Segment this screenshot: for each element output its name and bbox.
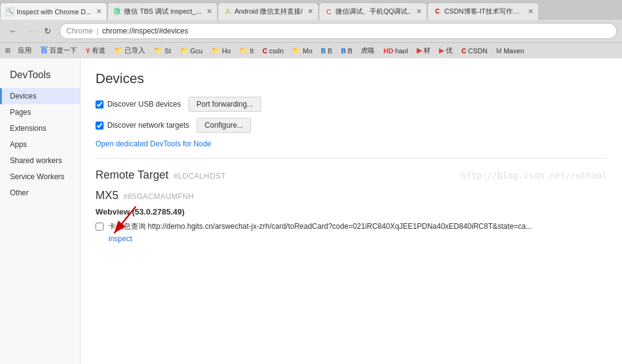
bookmark-imported[interactable]: 📁 已导入 [110, 45, 149, 56]
bookmark-baidu-label: 百度一下 [50, 46, 77, 55]
bookmark-it-icon: 📁 [239, 47, 248, 55]
tab-wx-debug[interactable]: C 微信调试、手机QQ调试.. ✕ [319, 2, 427, 20]
bookmark-youdao-label: 有道 [92, 46, 105, 55]
url-protocol: Chrome [66, 27, 93, 35]
page-title: Devices [96, 71, 607, 87]
bookmark-csdn[interactable]: C csdn [259, 46, 287, 56]
bookmark-st-icon: 📁 [154, 47, 162, 55]
tab-close-wx[interactable]: ✕ [207, 7, 212, 16]
sidebar-item-devices-label: Devices [10, 92, 37, 100]
bookmark-haol-label: haol [395, 47, 408, 55]
tab-close-csdn[interactable]: ✕ [528, 7, 533, 16]
remote-target-host: #LOCALHOST [174, 172, 226, 180]
bookmark-csdn-icon: C [262, 47, 267, 55]
bookmark-csdn-label: csdn [269, 47, 283, 55]
bookmark-youdao[interactable]: Y 有道 [82, 45, 109, 56]
bookmark-imported-label: 已导入 [125, 46, 145, 55]
open-devtools-link[interactable]: Open dedicated DevTools for Node [96, 140, 211, 148]
bookmark-maven[interactable]: M Maven [492, 46, 528, 56]
bookmark-cai-icon: ▶ [417, 47, 422, 55]
tab-favicon-inspect: 🔍 [6, 7, 14, 16]
bookmark-ho[interactable]: 📁 Ho [208, 45, 234, 56]
url-text: chrome://inspect/#devices [102, 27, 189, 35]
bookmark-cai[interactable]: ▶ 材 [413, 45, 434, 56]
bookmark-csdn2-label: CSDN [468, 47, 487, 55]
sidebar-item-shared-workers-label: Shared workers [10, 156, 62, 165]
bookmark-gcu-label: Gcu [190, 47, 203, 55]
tab-wx-tbs[interactable]: 微 微信 TBS 调试 inspect_... ✕ [107, 2, 218, 20]
discover-network-checkbox[interactable] [96, 122, 104, 130]
bookmark-b1[interactable]: B B [318, 46, 336, 56]
bookmark-it-label: It [250, 47, 254, 55]
bookmark-csdn2[interactable]: C CSDN [458, 46, 491, 56]
inspect-item-url: 卡信息查询 http://demo.hgits.cn/arswechat-jx-… [109, 221, 607, 232]
bookmark-apps-label: 应用 [18, 46, 32, 55]
tab-favicon-wx: 微 [113, 7, 122, 16]
sidebar-item-other-label: Other [10, 189, 29, 197]
tab-title-android: Android 微信支持直接/ [234, 7, 303, 16]
forward-button[interactable]: → [22, 23, 38, 39]
back-button[interactable]: ← [5, 23, 21, 39]
port-forwarding-button[interactable]: Port forwarding... [189, 97, 261, 112]
discover-network-text: Discover network targets [107, 121, 189, 130]
tab-bar: 🔍 Inspect with Chrome D... ✕ 微 微信 TBS 调试… [0, 0, 622, 20]
discover-usb-checkbox[interactable] [96, 100, 104, 109]
tab-title-inspect: Inspect with Chrome D... [17, 8, 91, 16]
tab-android[interactable]: A Android 微信支持直接/ ✕ [218, 2, 319, 20]
bookmark-b2-label: B [348, 47, 352, 55]
bookmark-haol[interactable]: HD haol [380, 46, 412, 56]
bookmark-gcu-icon: 📁 [180, 47, 189, 55]
bookmark-gcu[interactable]: 📁 Gcu [176, 45, 207, 56]
webview-label: Webview (53.0.2785.49) [96, 207, 607, 216]
sidebar-item-pages[interactable]: Pages [0, 104, 80, 120]
bookmark-b2[interactable]: B B [337, 46, 356, 56]
configure-button[interactable]: Configure... [197, 118, 251, 133]
url-bar[interactable]: Chrome | chrome://inspect/#devices [60, 23, 617, 39]
sidebar-item-pages-label: Pages [10, 108, 31, 117]
bookmark-huxiu[interactable]: 虎嗅 [357, 45, 378, 56]
sidebar-title: DevTools [0, 64, 80, 88]
sidebar-item-extensions[interactable]: Extensions [0, 120, 80, 136]
bookmark-ho-label: Ho [222, 47, 231, 55]
inspect-row: 卡信息查询 http://demo.hgits.cn/arswechat-jx-… [96, 221, 607, 232]
refresh-button[interactable]: ↻ [40, 23, 56, 39]
sidebar-item-service-workers[interactable]: Service Workers [0, 169, 80, 185]
bookmark-mo-label: Mo [303, 47, 312, 55]
bookmark-st[interactable]: 📁 St [150, 45, 174, 56]
bookmark-haol-icon: HD [383, 47, 393, 55]
device-id: #85GACMAUMFNH [123, 192, 194, 201]
discover-usb-row: Discover USB devices Port forwarding... [96, 97, 607, 112]
tab-inspect[interactable]: 🔍 Inspect with Chrome D... ✕ [0, 2, 107, 20]
inspect-item-checkbox[interactable] [96, 223, 104, 231]
tab-favicon-wx-debug: C [324, 7, 333, 16]
apps-label: ⊞ [5, 47, 11, 55]
sidebar-item-shared-workers[interactable]: Shared workers [0, 153, 80, 169]
tab-close-inspect[interactable]: ✕ [96, 7, 102, 16]
bookmark-you[interactable]: ▶ 优 [435, 45, 456, 56]
discover-usb-label[interactable]: Discover USB devices [96, 100, 181, 109]
inspect-link[interactable]: inspect [109, 234, 607, 243]
tab-favicon-csdn: C [433, 7, 442, 16]
bookmark-mo-icon: 📁 [292, 47, 301, 55]
tab-close-wx-debug[interactable]: ✕ [416, 7, 422, 16]
sidebar-item-apps[interactable]: Apps [0, 136, 80, 153]
bookmark-baidu[interactable]: 百 百度一下 [37, 44, 81, 57]
tab-title-wx: 微信 TBS 调试 inspect_... [124, 7, 202, 16]
bookmark-st-label: St [164, 47, 171, 55]
sidebar: DevTools Devices Pages Extensions Apps S… [0, 58, 81, 364]
tab-close-android[interactable]: ✕ [308, 7, 313, 16]
tab-csdn[interactable]: C CSDN博客-IT技术写作S... ✕ [427, 2, 539, 20]
watermark-url: http://blog.csdn.net/ruthaol [461, 171, 607, 180]
bookmark-mo[interactable]: 📁 Mo [288, 45, 316, 56]
bookmark-maven-icon: M [496, 47, 502, 55]
bookmark-cai-label: 材 [424, 46, 430, 55]
discover-network-label[interactable]: Discover network targets [96, 121, 189, 130]
bookmarks-bar: ⊞ 应用 百 百度一下 Y 有道 📁 已导入 📁 St 📁 Gcu 📁 Ho [0, 42, 622, 58]
bookmark-huxiu-label: 虎嗅 [361, 46, 375, 55]
sidebar-item-other[interactable]: Other [0, 185, 80, 201]
bookmark-apps[interactable]: 应用 [14, 45, 35, 56]
sidebar-item-extensions-label: Extensions [10, 124, 47, 133]
bookmark-it[interactable]: 📁 It [236, 45, 257, 56]
sidebar-item-devices[interactable]: Devices [0, 88, 80, 104]
bookmark-csdn2-icon: C [461, 47, 466, 55]
